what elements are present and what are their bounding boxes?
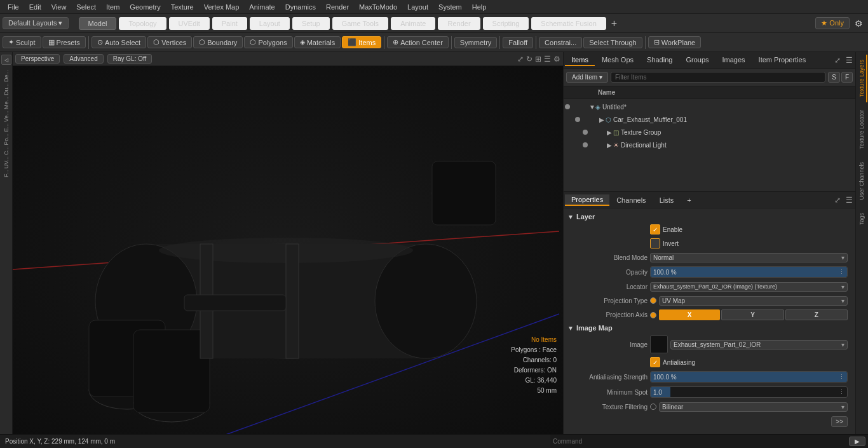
menu-render[interactable]: Render bbox=[321, 2, 354, 12]
layer-section-header[interactable]: ▼ Layer bbox=[566, 211, 853, 222]
visibility-eye-texture[interactable] bbox=[583, 130, 588, 135]
viewport[interactable]: Perspective Advanced Ray GL: Off ⤢ ↻ ⊞ ☰… bbox=[13, 52, 563, 434]
falloff-button[interactable]: Falloff bbox=[503, 37, 533, 48]
blend-mode-select[interactable]: Normal ▾ bbox=[650, 253, 848, 262]
menu-maxtomodo[interactable]: MaxToModo bbox=[354, 2, 402, 12]
command-input[interactable] bbox=[553, 438, 849, 445]
left-label-vert[interactable]: Ve... bbox=[3, 111, 10, 122]
left-label-default[interactable]: De... bbox=[3, 70, 10, 82]
expand-props-button[interactable]: >> bbox=[831, 416, 848, 427]
add-item-button[interactable]: Add Item ▾ bbox=[566, 72, 608, 83]
viewport-icon-settings[interactable]: ⊞ bbox=[535, 55, 541, 64]
props-menu-icon[interactable]: ☰ bbox=[844, 194, 854, 206]
vertices-button[interactable]: ⬡ Vertices bbox=[147, 36, 192, 48]
tab-animate[interactable]: Animate bbox=[391, 17, 435, 30]
tab-images[interactable]: Images bbox=[716, 55, 752, 66]
locator-select[interactable]: Exhaust_system_Part_02_IOR (Image) (Text… bbox=[650, 282, 848, 292]
polygons-button[interactable]: ⬡ Polygons bbox=[244, 36, 292, 48]
enable-checkbox[interactable]: ✓ bbox=[650, 224, 660, 234]
tab-model[interactable]: Model bbox=[79, 17, 117, 30]
star-only-button[interactable]: ★ Only bbox=[815, 17, 850, 29]
tab-properties[interactable]: Properties bbox=[565, 194, 609, 206]
add-tab-button[interactable]: + bbox=[609, 18, 620, 29]
proj-axis-radio[interactable] bbox=[650, 312, 656, 318]
viewport-icon-maximize[interactable]: ⤢ bbox=[517, 55, 524, 64]
menu-item[interactable]: Item bbox=[101, 2, 125, 12]
left-label-dup[interactable]: Du... bbox=[3, 83, 10, 95]
tab-render[interactable]: Render bbox=[438, 17, 480, 30]
axis-y-button[interactable]: Y bbox=[721, 309, 783, 320]
left-label-f[interactable]: F... bbox=[3, 170, 10, 177]
left-label-em[interactable]: E... bbox=[3, 123, 10, 132]
materials-button[interactable]: ◈ Materials bbox=[294, 36, 341, 48]
visibility-eye-muffler[interactable] bbox=[575, 117, 580, 122]
layouts-dropdown[interactable]: Default Layouts ▾ bbox=[3, 17, 69, 29]
tab-setup[interactable]: Setup bbox=[292, 17, 330, 30]
image-map-section-header[interactable]: ▼ Image Map bbox=[566, 322, 853, 334]
vtab-user-channels[interactable]: User Channels bbox=[857, 157, 867, 205]
menu-system[interactable]: System bbox=[433, 2, 467, 12]
list-item[interactable]: ▶ ◫ Texture Group bbox=[564, 126, 855, 139]
left-label-mesh[interactable]: Me... bbox=[3, 97, 10, 109]
viewport-tab-raygl[interactable]: Ray GL: Off bbox=[107, 54, 153, 64]
left-top-btn[interactable]: ◁ bbox=[1, 55, 11, 65]
menu-dynamics[interactable]: Dynamics bbox=[280, 2, 321, 12]
aa-handle[interactable]: ⋮ bbox=[839, 372, 844, 382]
constrai-button[interactable]: Constrai... bbox=[539, 37, 582, 48]
vtab-tags[interactable]: Tags bbox=[857, 208, 867, 230]
workplane-button[interactable]: ⊟ WorkPlane bbox=[648, 36, 702, 48]
image-preview[interactable] bbox=[650, 336, 668, 353]
left-label-pol[interactable]: Po... bbox=[3, 133, 10, 146]
viewport-tab-advanced[interactable]: Advanced bbox=[64, 54, 103, 64]
items-expand-icon[interactable]: ⤢ bbox=[833, 55, 842, 66]
props-expand-icon[interactable]: ⤢ bbox=[833, 194, 842, 206]
tab-gametools[interactable]: Game Tools bbox=[332, 17, 389, 30]
tab-layout[interactable]: Layout bbox=[250, 17, 290, 30]
proj-type-select[interactable]: UV Map ▾ bbox=[659, 296, 848, 306]
menu-file[interactable]: File bbox=[3, 2, 24, 12]
tab-shading[interactable]: Shading bbox=[641, 55, 679, 66]
boundary-button[interactable]: ⬡ Boundary bbox=[193, 36, 243, 48]
left-label-c[interactable]: C... bbox=[3, 146, 10, 155]
proj-type-radio[interactable] bbox=[650, 297, 656, 304]
menu-texture[interactable]: Texture bbox=[166, 2, 199, 12]
vtab-texture-locator[interactable]: Texture Locator bbox=[857, 105, 867, 154]
tab-lists[interactable]: Lists bbox=[653, 195, 681, 205]
menu-geometry[interactable]: Geometry bbox=[125, 2, 165, 12]
tree-arrow-untitled[interactable]: ▼ bbox=[589, 104, 595, 111]
image-select[interactable]: Exhaust_system_Part_02_IOR ▾ bbox=[670, 340, 848, 350]
filter-s-button[interactable]: S bbox=[828, 72, 840, 83]
filter-items-input[interactable] bbox=[611, 72, 825, 83]
menu-edit[interactable]: Edit bbox=[24, 2, 46, 12]
opacity-handle[interactable]: ⋮ bbox=[839, 267, 844, 277]
invert-checkbox[interactable] bbox=[650, 238, 660, 248]
list-item[interactable]: ▶ ⬡ Car_Exhaust_Muffler_001 bbox=[564, 113, 855, 126]
tree-arrow-texture[interactable]: ▶ bbox=[607, 129, 613, 136]
command-send-button[interactable]: ▶ bbox=[849, 437, 865, 446]
tab-schematic[interactable]: Schematic Fusion bbox=[531, 17, 606, 30]
viewport-icon-menu[interactable]: ☰ bbox=[544, 55, 551, 64]
symmetry-button[interactable]: Symmetry bbox=[454, 37, 498, 48]
tab-mesh-ops[interactable]: Mesh Ops bbox=[595, 55, 640, 66]
aa-strength-slider[interactable]: 100.0 % ⋮ bbox=[650, 371, 848, 383]
menu-help[interactable]: Help bbox=[467, 2, 492, 12]
tab-scripting[interactable]: Scripting bbox=[483, 17, 529, 30]
menu-select[interactable]: Select bbox=[71, 2, 101, 12]
viewport-icon-gear[interactable]: ⚙ bbox=[553, 55, 560, 64]
tab-topology[interactable]: Topology bbox=[119, 17, 166, 30]
axis-z-button[interactable]: Z bbox=[785, 309, 848, 320]
opacity-slider[interactable]: 100.0 % ⋮ bbox=[650, 266, 848, 278]
settings-icon[interactable]: ⚙ bbox=[852, 18, 865, 29]
filter-f-button[interactable]: F bbox=[841, 72, 853, 83]
list-item[interactable]: ▼ ◈ Untitled* bbox=[564, 100, 855, 113]
tab-item-properties[interactable]: Item Properties bbox=[752, 55, 813, 66]
visibility-eye[interactable] bbox=[565, 104, 570, 109]
select-through-button[interactable]: Select Through bbox=[583, 37, 642, 48]
tex-filter-select[interactable]: Bilinear ▾ bbox=[659, 402, 848, 412]
tab-uvedit[interactable]: UVEdit bbox=[169, 17, 210, 30]
min-spot-handle[interactable]: ⋮ bbox=[839, 387, 844, 397]
tab-paint[interactable]: Paint bbox=[212, 17, 247, 30]
items-menu-icon[interactable]: ☰ bbox=[844, 55, 854, 66]
menu-layout[interactable]: Layout bbox=[402, 2, 433, 12]
viewport-tab-perspective[interactable]: Perspective bbox=[15, 54, 60, 64]
